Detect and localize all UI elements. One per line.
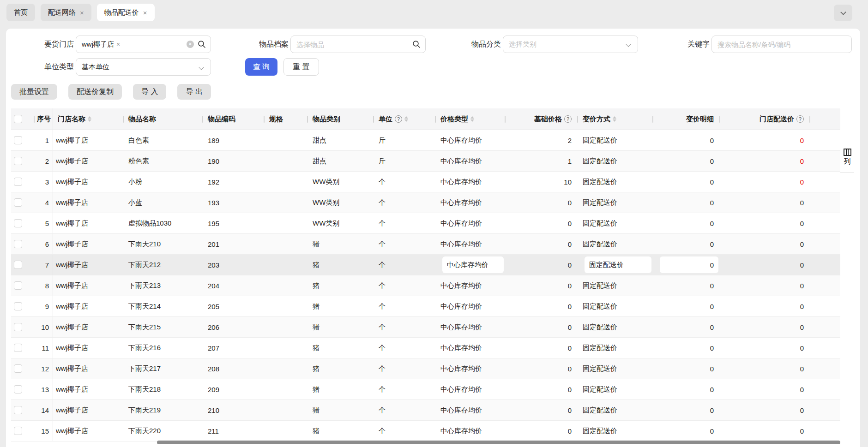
cell-price-type: 中心库存均价 [436, 213, 506, 233]
cell-spec [265, 151, 308, 171]
cell-store-name: wwj椰子店 [53, 192, 124, 213]
cell-item-name: 下雨天217 [124, 358, 203, 379]
col-header-item_code[interactable]: 物品编码 [203, 108, 265, 130]
cell-store-price: 0 [720, 379, 810, 399]
category-select[interactable]: 选择类别 [503, 36, 638, 53]
col-header-price_type[interactable]: 价格类型 [436, 108, 506, 130]
tab-item-delivery-price[interactable]: 物品配送价 × [97, 4, 155, 21]
col-header-seq[interactable]: 序号 [35, 108, 53, 130]
keyword-input[interactable] [712, 36, 851, 53]
sort-icon[interactable] [404, 116, 408, 122]
cell-seq: 4 [35, 192, 53, 213]
search-icon[interactable] [198, 40, 206, 48]
cell-change-detail: 0 [653, 400, 720, 420]
tab-delivery-network[interactable]: 配送网络 × [41, 4, 91, 21]
col-header-unit[interactable]: 单位? [374, 108, 436, 130]
col-header-store_price[interactable]: 门店配送价? [720, 108, 810, 130]
cell-item-code: 203 [203, 255, 265, 275]
tab-close-icon[interactable]: × [80, 9, 84, 16]
row-checkbox[interactable] [14, 240, 22, 248]
cell-change-detail: 0 [653, 213, 720, 233]
cell-item-code: 211 [203, 421, 265, 441]
import-button[interactable]: 导 入 [133, 84, 166, 100]
help-icon[interactable]: ? [796, 115, 804, 123]
query-button[interactable]: 查 询 [245, 58, 277, 76]
row-checkbox[interactable] [14, 136, 22, 144]
row-checkbox[interactable] [14, 323, 22, 331]
table-row: 5wwj椰子店虚拟物品1030195WW类别个中心库存均价0固定配送价00 [11, 213, 840, 234]
tab-home[interactable]: 首页 [6, 4, 35, 21]
column-label: 变价明细 [686, 115, 714, 124]
cell-item-code: 208 [203, 358, 265, 379]
table-row: 11wwj椰子店下雨天216207猪个中心库存均价0固定配送价00 [11, 338, 840, 358]
columns-panel-button[interactable]: 列 [840, 108, 854, 173]
item-input[interactable] [291, 36, 425, 53]
column-label: 物品编码 [208, 115, 235, 124]
price-type-editor[interactable]: 中心库存均价 [442, 256, 504, 273]
cell-store-price: 0 [720, 275, 810, 296]
row-checkbox-cell [11, 151, 35, 171]
cell-seq: 6 [35, 234, 53, 254]
cell-change-mode: 固定配送价 [578, 317, 653, 337]
row-checkbox[interactable] [14, 344, 22, 352]
row-checkbox[interactable] [14, 219, 22, 227]
export-button[interactable]: 导 出 [177, 84, 211, 100]
cell-seq: 5 [35, 213, 53, 233]
row-checkbox[interactable] [14, 406, 22, 414]
row-checkbox-cell [11, 338, 35, 358]
cell-unit: 个 [374, 296, 436, 316]
col-header-item_name[interactable]: 物品名称 [124, 108, 203, 130]
col-header-change_detail[interactable]: 变价明细 [653, 108, 720, 130]
cell-item-name: 下雨天216 [124, 338, 203, 358]
tag-remove-icon[interactable]: × [116, 41, 120, 48]
reset-button[interactable]: 重 置 [283, 58, 319, 76]
tab-list-button[interactable] [834, 5, 852, 21]
row-checkbox[interactable] [14, 178, 22, 186]
change-mode-editor[interactable]: 固定配送价 [585, 256, 651, 273]
help-icon[interactable]: ? [564, 115, 572, 123]
tab-close-icon[interactable]: × [143, 9, 147, 16]
row-checkbox[interactable] [14, 427, 22, 435]
action-bar: 批量设置 配送价复制 导 入 导 出 [11, 84, 211, 100]
cell-item-code: 207 [203, 338, 265, 358]
sort-icon[interactable] [470, 116, 474, 122]
row-checkbox[interactable] [14, 281, 22, 290]
col-header-change_mode[interactable]: 变价方式 [578, 108, 653, 130]
col-header-spec[interactable]: 规格 [265, 108, 308, 130]
row-checkbox[interactable] [14, 198, 22, 207]
cell-change-detail: 0 [653, 151, 720, 171]
row-checkbox[interactable] [14, 157, 22, 165]
change-detail-editor[interactable]: 0 [660, 256, 718, 273]
price-copy-button[interactable]: 配送价复制 [68, 84, 122, 100]
keyword-input-box[interactable] [711, 36, 852, 53]
row-checkbox[interactable] [14, 385, 22, 393]
select-all-checkbox[interactable] [14, 115, 22, 123]
cell-price-type: 中心库存均价 [436, 317, 506, 337]
cell-category: WW类别 [308, 172, 374, 192]
batch-set-button[interactable]: 批量设置 [11, 84, 57, 100]
item-select-box[interactable] [290, 36, 426, 53]
cell-category: 猪 [308, 255, 374, 275]
row-checkbox-cell [11, 234, 35, 254]
col-header-store_name[interactable]: 门店名称 [53, 108, 124, 130]
row-checkbox[interactable] [14, 364, 22, 373]
header-filler-cell [810, 108, 840, 130]
row-checkbox[interactable] [14, 261, 22, 269]
h-scrollbar-thumb[interactable] [157, 441, 840, 444]
clear-icon[interactable]: × [187, 41, 194, 48]
help-icon[interactable]: ? [395, 115, 402, 123]
sort-icon[interactable] [613, 116, 616, 122]
col-header-base_price[interactable]: 基础价格? [506, 108, 578, 130]
table-row: 3wwj椰子店小粉192WW类别个中心库存均价10固定配送价00 [11, 172, 840, 192]
cell-item-code: 206 [203, 317, 265, 337]
cell-store-price: 0 [720, 421, 810, 441]
cell-item-code: 192 [203, 172, 265, 192]
sort-icon[interactable] [88, 116, 91, 122]
row-checkbox[interactable] [14, 302, 22, 310]
tab-bar: 首页 配送网络 × 物品配送价 × [0, 0, 868, 25]
col-header-category[interactable]: 物品类别 [308, 108, 374, 130]
unit-type-select[interactable]: 基本单位 [76, 58, 211, 76]
store-multiselect[interactable]: wwj椰子店 × × [76, 36, 211, 53]
cell-change-detail: 0 [653, 172, 720, 192]
search-icon[interactable] [412, 40, 421, 48]
